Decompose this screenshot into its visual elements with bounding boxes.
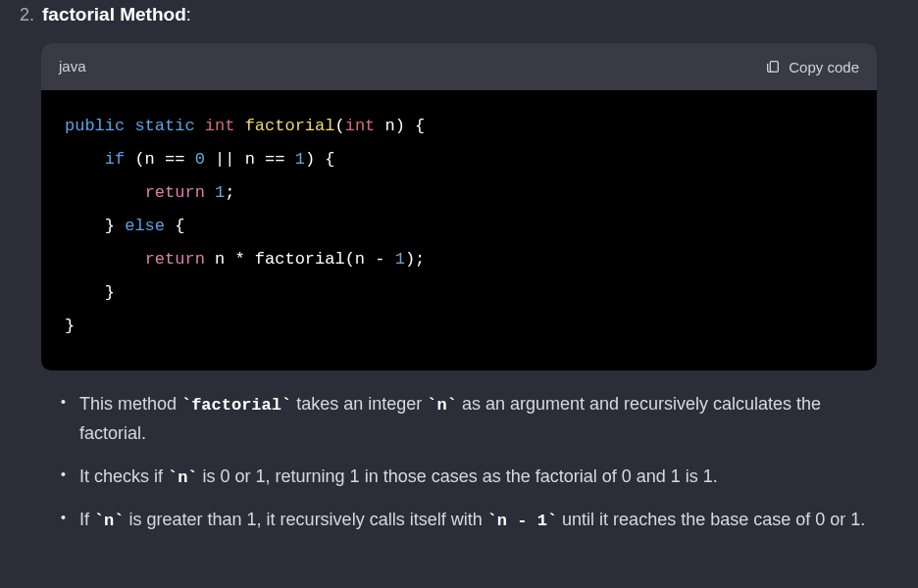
bullet-text: This method `factorial` takes an integer…: [79, 390, 889, 449]
bullet-item: •If `n` is greater than 1, it recursivel…: [61, 506, 889, 535]
heading-colon: :: [186, 5, 191, 24]
svg-rect-0: [771, 62, 779, 73]
inline-code: `n`: [427, 396, 457, 415]
bullet-item: •This method `factorial` takes an intege…: [61, 390, 889, 449]
inline-code: `n`: [168, 468, 198, 487]
bullet-icon: •: [61, 391, 66, 414]
numbered-list-item: 2. factorial Method:: [20, 0, 898, 29]
code-block: java Copy code public static int factori…: [41, 43, 877, 370]
code-language-label: java: [59, 55, 86, 78]
bullet-list: •This method `factorial` takes an intege…: [61, 390, 889, 535]
inline-code: `n`: [94, 512, 125, 530]
bullet-text: If `n` is greater than 1, it recursively…: [79, 506, 889, 535]
bullet-icon: •: [61, 464, 66, 486]
list-number: 2.: [20, 1, 34, 29]
inline-code: `factorial`: [181, 396, 291, 415]
bullet-item: •It checks if `n` is 0 or 1, returning 1…: [61, 463, 889, 492]
bullet-text: It checks if `n` is 0 or 1, returning 1 …: [79, 463, 889, 492]
inline-code: `n - 1`: [487, 512, 557, 530]
code-content: public static int factorial(int n) { if …: [41, 90, 877, 370]
bullet-icon: •: [61, 507, 66, 529]
copy-code-label: Copy code: [789, 59, 859, 75]
copy-code-button[interactable]: Copy code: [765, 59, 859, 75]
list-heading: factorial Method: [42, 4, 186, 24]
clipboard-icon: [765, 59, 781, 74]
code-block-header: java Copy code: [41, 43, 877, 90]
